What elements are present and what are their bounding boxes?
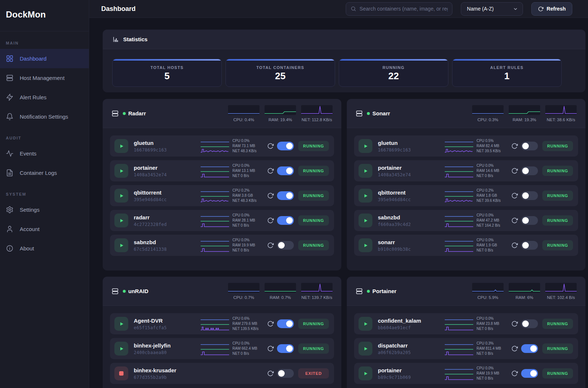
container-stat-line: NET 164.2 B/s xyxy=(477,223,511,228)
sidebar-item-notification-settings[interactable]: Notification Settings xyxy=(0,107,89,126)
container-stat-line: NET 39.5 KB/s xyxy=(477,149,511,154)
container-row-qbittorrent[interactable]: qbittorrent 395e946d84cc CPU 0.2%RAM 3.8… xyxy=(110,185,334,206)
sidebar-item-account[interactable]: Account xyxy=(0,219,89,239)
play-icon-button[interactable] xyxy=(114,139,128,153)
container-sparklines xyxy=(445,189,473,203)
restart-icon[interactable] xyxy=(267,320,274,327)
sidebar-item-about[interactable]: About xyxy=(0,239,89,258)
play-icon-button[interactable] xyxy=(359,317,372,331)
restart-icon[interactable] xyxy=(511,168,518,174)
sidebar-item-settings[interactable]: Settings xyxy=(0,200,89,219)
restart-icon[interactable] xyxy=(267,192,274,199)
container-row-radarr[interactable]: radarr 4c2722328fed CPU 0.0%RAM 28.1 MBN… xyxy=(110,210,334,231)
container-name: sonarr xyxy=(378,239,411,245)
restart-icon[interactable] xyxy=(267,168,274,174)
play-icon-button[interactable] xyxy=(359,214,372,227)
container-toggle[interactable] xyxy=(277,241,294,250)
host-metric-label: RAM: 6% xyxy=(516,295,534,300)
sidebar-item-dashboard[interactable]: Dashboard xyxy=(0,49,89,68)
restart-icon[interactable] xyxy=(267,242,274,249)
container-stat-line: CPU 0.5% xyxy=(477,138,511,143)
container-row-portainer[interactable]: portainer 1408a3452e74 CPU 0.0%RAM 14.6 … xyxy=(354,160,578,181)
container-ram-sparkline xyxy=(445,346,473,351)
container-name: dispatcharr xyxy=(378,342,411,349)
restart-icon[interactable] xyxy=(511,217,518,224)
sidebar-item-alert-rules[interactable]: Alert Rules xyxy=(0,88,89,107)
container-toggle[interactable] xyxy=(521,344,538,353)
host-metric-label: CPU: 0.3% xyxy=(478,118,498,122)
container-row-sonarr[interactable]: sonarr b910c009b38c CPU 0.0%RAM 1.9 GBNE… xyxy=(354,235,578,256)
container-toggle[interactable] xyxy=(277,216,294,225)
container-id: 395e946d84cc xyxy=(134,197,167,202)
sort-select[interactable]: Name (A-Z) xyxy=(461,2,523,16)
restart-icon[interactable] xyxy=(511,192,518,199)
play-icon-button[interactable] xyxy=(114,317,128,331)
container-row-binhex-krusader[interactable]: binhex-krusader 677d355b2a9b EXITED xyxy=(110,363,334,384)
sidebar-item-container-logs[interactable]: Container Logs xyxy=(0,163,89,183)
container-toggle[interactable] xyxy=(521,319,538,328)
container-toggle[interactable] xyxy=(521,216,538,225)
container-toggle[interactable] xyxy=(277,142,294,150)
play-icon-button[interactable] xyxy=(359,238,372,252)
container-row-gluetun[interactable]: gluetun 16678699c163 CPU 0.5%RAM 82.4 MB… xyxy=(354,135,578,157)
restart-icon[interactable] xyxy=(267,370,274,377)
stop-icon-button[interactable] xyxy=(114,366,128,380)
host-card-portainer: Portainer CPU: 5.9%RAM: 6%NET: 102.4 B/s… xyxy=(347,277,585,388)
container-toggle[interactable] xyxy=(521,369,538,378)
toggle-knob xyxy=(530,370,537,377)
play-icon-button[interactable] xyxy=(359,366,372,380)
toggle-knob xyxy=(522,242,529,249)
sidebar-item-label: About xyxy=(20,245,34,251)
container-toggle[interactable] xyxy=(277,344,294,353)
container-row-agent-dvr[interactable]: Agent-DVR e65f15afcfa5 CPU 0.6%RAM 279.6… xyxy=(110,313,334,334)
container-toggle[interactable] xyxy=(521,191,538,200)
container-toggle[interactable] xyxy=(277,191,294,200)
play-icon-button[interactable] xyxy=(359,189,372,203)
container-toggle[interactable] xyxy=(521,142,538,150)
restart-icon[interactable] xyxy=(511,143,518,149)
play-icon-button[interactable] xyxy=(114,214,128,227)
status-badge: EXITED xyxy=(298,368,329,379)
search-box[interactable] xyxy=(346,2,452,16)
container-row-qbittorrent[interactable]: qbittorrent 395e946d84cc CPU 0.2%RAM 1.8… xyxy=(354,185,578,206)
play-icon-button[interactable] xyxy=(114,164,128,178)
container-toggle[interactable] xyxy=(277,319,294,328)
container-toggle[interactable] xyxy=(521,166,538,175)
restart-icon[interactable] xyxy=(511,370,518,377)
refresh-button[interactable]: Refresh xyxy=(531,2,572,16)
play-icon-button[interactable] xyxy=(359,164,372,178)
container-stat-line: CPU 0.0% xyxy=(477,163,511,168)
toggle-knob xyxy=(286,168,293,174)
stat-label: RUNNING xyxy=(383,65,405,70)
play-icon-button[interactable] xyxy=(359,139,372,153)
container-row-gluetun[interactable]: gluetun 16678699c163 CPU 0.0%RAM 73.1 MB… xyxy=(110,135,334,157)
restart-icon[interactable] xyxy=(511,320,518,327)
container-row-dispatcharr[interactable]: dispatcharr a06f62b9a205 CPU 0.3%RAM 811… xyxy=(354,338,578,359)
container-row-portainer[interactable]: portainer 1408a3452e74 CPU 0.0%RAM 13.1 … xyxy=(110,160,334,181)
container-stat-line: NET 0 B/s xyxy=(477,248,511,253)
container-row-confident-kalam[interactable]: confident_kalam bb604ae91ecf CPU 0.0%RAM… xyxy=(354,313,578,334)
container-id: 2400cbaaea80 xyxy=(134,350,171,355)
restart-icon[interactable] xyxy=(267,345,274,352)
container-name: radarr xyxy=(134,214,167,220)
play-icon-button[interactable] xyxy=(114,238,128,252)
restart-icon[interactable] xyxy=(511,242,518,249)
container-row-sabnzbd[interactable]: sabnzbd 67c5d2141338 CPU 0.0%RAM 19.9 MB… xyxy=(110,235,334,256)
restart-icon[interactable] xyxy=(267,143,274,149)
play-icon-button[interactable] xyxy=(359,342,372,356)
search-input[interactable] xyxy=(360,6,448,12)
status-badge: RUNNING xyxy=(298,240,329,250)
container-row-binhex-jellyfin[interactable]: binhex-jellyfin 2400cbaaea80 CPU 0.0%RAM… xyxy=(110,338,334,359)
container-row-portainer[interactable]: portainer b89c9c71b069 CPU 0.0%RAM 19.9 … xyxy=(354,363,578,384)
container-stats: CPU 0.6%RAM 279.6 MBNET 139.5 KB/s xyxy=(232,316,267,331)
container-toggle[interactable] xyxy=(277,369,294,378)
restart-icon[interactable] xyxy=(511,345,518,352)
sidebar-item-events[interactable]: Events xyxy=(0,144,89,163)
play-icon-button[interactable] xyxy=(114,189,128,203)
container-toggle[interactable] xyxy=(521,241,538,250)
container-toggle[interactable] xyxy=(277,166,294,175)
sidebar-item-host-management[interactable]: Host Management xyxy=(0,68,89,88)
restart-icon[interactable] xyxy=(267,217,274,224)
container-row-sabnzbd[interactable]: sabnzbd f660aa39c4d2 CPU 0.0%RAM 47.2 MB… xyxy=(354,210,578,231)
play-icon-button[interactable] xyxy=(114,342,128,356)
